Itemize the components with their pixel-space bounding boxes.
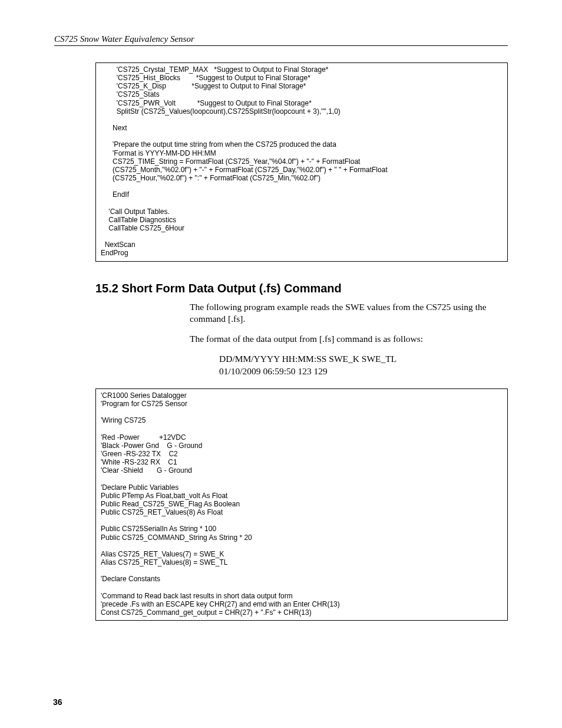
code-block-1: 'CS725_Crystal_TEMP_MAX *Suggest to Outp… — [95, 62, 508, 262]
section-heading: 15.2 Short Form Data Output (.fs) Comman… — [95, 282, 508, 295]
code-block-2: 'CR1000 Series Datalogger 'Program for C… — [95, 388, 508, 621]
format-example-line-2: 01/10/2009 06:59:50 123 129 — [219, 365, 508, 378]
paragraph-intro: The following program example reads the … — [190, 301, 508, 325]
running-header: CS725 Snow Water Equivalency Sensor — [54, 34, 508, 46]
page-number: 36 — [53, 697, 62, 707]
paragraph-format: The format of the data output from [.fs]… — [190, 333, 508, 345]
format-example-line-1: DD/MM/YYYY HH:MM:SS SWE_K SWE_TL — [219, 353, 508, 365]
